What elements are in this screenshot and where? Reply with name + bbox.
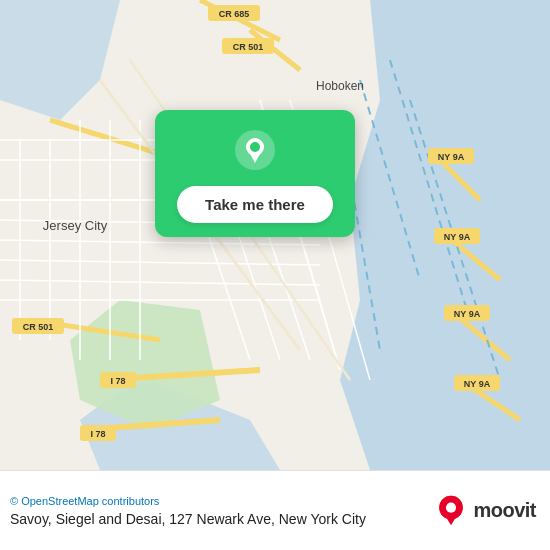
- svg-text:CR 501: CR 501: [233, 42, 264, 52]
- take-me-there-button[interactable]: Take me there: [177, 186, 333, 223]
- location-card: Take me there: [155, 110, 355, 237]
- svg-text:NY 9A: NY 9A: [444, 232, 471, 242]
- location-name: Savoy, Siegel and Desai, 127 Newark Ave,…: [10, 511, 366, 527]
- svg-text:Jersey City: Jersey City: [43, 218, 108, 233]
- svg-text:CR 501: CR 501: [23, 322, 54, 332]
- map-container: CR 685 CR 501 CR 501 I 78 I 78 NY 9A NY …: [0, 0, 550, 470]
- footer-text-group: © OpenStreetMap contributors Savoy, Sieg…: [10, 495, 366, 527]
- svg-text:I 78: I 78: [90, 429, 105, 439]
- svg-text:Hoboken: Hoboken: [316, 79, 364, 93]
- footer: © OpenStreetMap contributors Savoy, Sieg…: [0, 470, 550, 550]
- svg-text:I 78: I 78: [110, 376, 125, 386]
- moovit-wordmark: moovit: [473, 499, 536, 522]
- moovit-pin-icon: [435, 495, 467, 527]
- svg-point-61: [250, 142, 260, 152]
- svg-marker-66: [446, 516, 456, 524]
- svg-text:CR 685: CR 685: [219, 9, 250, 19]
- osm-attribution: © OpenStreetMap contributors: [10, 495, 366, 507]
- svg-text:NY 9A: NY 9A: [464, 379, 491, 389]
- svg-text:NY 9A: NY 9A: [438, 152, 465, 162]
- svg-point-65: [446, 502, 456, 512]
- svg-text:NY 9A: NY 9A: [454, 309, 481, 319]
- moovit-logo: moovit: [435, 495, 536, 527]
- location-pin-icon: [233, 128, 277, 172]
